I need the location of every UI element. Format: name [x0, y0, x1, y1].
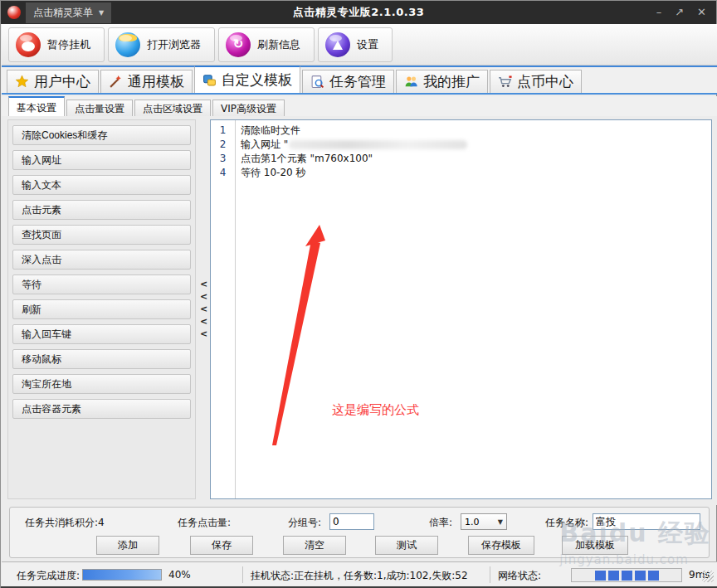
chevron-left-icon: <	[200, 316, 207, 327]
script-line: 点击第1个元素 "m760x100"	[241, 152, 711, 166]
task-settings-panel: 任务共消耗积分:4 任务点击量: 分组号: 倍率: 1.0 ▼ 任务名称: 添加…	[9, 507, 710, 558]
script-line: 清除临时文件	[241, 124, 711, 138]
toolbar: 暂停挂机 打开浏览器 刷新信息 设置	[2, 24, 717, 66]
load-template-button[interactable]: 加载模板	[562, 536, 628, 555]
action-enter-url[interactable]: 输入网址	[12, 150, 191, 170]
script-line: 等待 10-20 秒	[241, 166, 711, 180]
tab-custom-template-label: 自定义模板	[222, 70, 292, 90]
content-area: 清除Cookies和缓存 输入网址 输入文本 点击元素 查找页面 深入点击 等待…	[2, 116, 717, 505]
tab-user-center[interactable]: 用户中心	[7, 70, 99, 93]
resize-grip[interactable]	[702, 571, 714, 582]
window-title: 点击精灵专业版2.1.0.33	[293, 5, 425, 20]
tab-coin-center[interactable]: 点币中心	[490, 70, 582, 93]
action-find-page[interactable]: 查找页面	[12, 225, 191, 245]
action-clear-cookies[interactable]: 清除Cookies和缓存	[12, 125, 191, 145]
chevron-left-icon: <	[200, 279, 207, 289]
add-button[interactable]: 添加	[96, 536, 159, 555]
minimize-button[interactable]: –	[656, 1, 662, 24]
open-browser-button[interactable]: 打开浏览器	[108, 27, 215, 62]
chevron-down-icon: ▼	[498, 518, 503, 526]
rate-label: 倍率:	[429, 516, 452, 530]
task-name-input[interactable]	[593, 513, 700, 530]
line-number: 3	[211, 152, 235, 166]
rate-select[interactable]: 1.0 ▼	[461, 513, 507, 530]
tab-custom-template[interactable]: 自定义模板	[194, 66, 300, 93]
subtab-click-volume-label: 点击量设置	[75, 103, 124, 114]
action-refresh[interactable]: 刷新	[12, 299, 191, 319]
action-wait[interactable]: 等待	[12, 275, 191, 294]
chevron-left-icon: <	[200, 304, 207, 314]
action-click-container[interactable]: 点击容器元素	[12, 399, 191, 419]
clear-button[interactable]: 清空	[283, 536, 346, 555]
line-number: 2	[211, 138, 235, 152]
script-line-text: 清除临时文件	[241, 124, 300, 136]
action-move-mouse[interactable]: 移动鼠标	[12, 349, 191, 369]
app-menu-label: 点击精灵菜单	[33, 6, 93, 20]
subtab-vip-advanced[interactable]: VIP高级设置	[212, 100, 285, 116]
maximize-button[interactable]: ↗	[675, 1, 684, 24]
settings-orb-icon	[325, 32, 350, 57]
tab-task-manager[interactable]: 任务管理	[302, 70, 394, 93]
settings-button[interactable]: 设置	[318, 27, 393, 62]
task-search-icon	[310, 75, 324, 89]
star-icon	[15, 75, 29, 89]
line-number: 1	[211, 124, 235, 138]
chevron-left-icon: <	[200, 291, 207, 302]
clicks-label: 任务点击量:	[178, 516, 231, 530]
settings-label: 设置	[357, 37, 378, 52]
tab-my-promotion[interactable]: 我的推广	[396, 70, 488, 93]
signal-block-icon	[608, 571, 619, 581]
network-signal-meter	[571, 568, 682, 582]
panel-splitter[interactable]: < < < < <	[198, 279, 209, 339]
test-button[interactable]: 测试	[375, 536, 438, 555]
progress-label: 任务完成进度:	[17, 569, 80, 583]
signal-block-icon	[648, 571, 659, 581]
hang-status-text: 挂机状态:正在挂机，任务数:1,成功:102,失败:52	[251, 569, 468, 583]
group-label: 分组号:	[288, 516, 321, 530]
action-taobao-location[interactable]: 淘宝所在地	[12, 374, 191, 394]
people-icon	[404, 75, 418, 89]
group-number-input[interactable]	[329, 513, 374, 530]
action-press-enter[interactable]: 输入回车键	[12, 324, 191, 344]
signal-block-icon	[595, 571, 606, 581]
action-deep-click[interactable]: 深入点击	[12, 250, 191, 270]
sub-tab-bar: 基本设置 点击量设置 点击区域设置 VIP高级设置	[2, 96, 717, 116]
signal-block-icon	[635, 571, 646, 581]
subtab-basic-settings[interactable]: 基本设置	[8, 96, 65, 116]
close-button[interactable]: ✕	[697, 1, 706, 24]
subtab-click-region[interactable]: 点击区域设置	[134, 100, 211, 116]
pause-hang-button[interactable]: 暂停挂机	[8, 27, 105, 62]
status-bar: 任务完成进度: 40% 挂机状态:正在挂机，任务数:1,成功:102,失败:52…	[2, 561, 717, 586]
app-window: 点击精灵菜单 ▼ 点击精灵专业版2.1.0.33 – ↗ ✕ 暂停挂机 打开浏览…	[0, 0, 717, 588]
save-template-button[interactable]: 保存模板	[468, 536, 534, 555]
signal-block-icon	[622, 571, 632, 581]
statusbar-separator	[490, 566, 490, 583]
tab-general-template[interactable]: 通用模板	[100, 70, 193, 93]
rate-value: 1.0	[465, 517, 480, 527]
save-button[interactable]: 保存	[190, 536, 253, 555]
subtab-click-volume[interactable]: 点击量设置	[66, 100, 133, 116]
browser-orb-icon	[115, 32, 140, 57]
open-browser-label: 打开浏览器	[147, 37, 201, 52]
script-line-text: 点击第1个元素 "m760x100"	[241, 153, 373, 164]
statusbar-separator	[242, 566, 243, 583]
tab-user-center-label: 用户中心	[34, 72, 90, 91]
app-menu-button[interactable]: 点击精灵菜单 ▼	[26, 2, 111, 23]
annotation-text: 这是编写的公式	[332, 402, 419, 418]
refresh-info-button[interactable]: 刷新信息	[218, 27, 315, 62]
script-line-text: 等待 10-20 秒	[241, 167, 306, 178]
refresh-info-label: 刷新信息	[257, 37, 300, 52]
progress-percent: 40%	[168, 569, 191, 581]
script-line: 输入网址 "	[241, 138, 711, 152]
action-enter-text[interactable]: 输入文本	[12, 175, 191, 195]
chevron-left-icon: <	[200, 328, 207, 339]
script-editor[interactable]: 1 2 3 4 清除临时文件 输入网址 " 点击第1个元素 "m760x100"…	[210, 119, 712, 499]
redacted-url-blur	[289, 140, 467, 149]
tab-general-template-label: 通用模板	[128, 72, 184, 91]
pause-hang-label: 暂停挂机	[47, 37, 90, 52]
pages-icon	[202, 73, 217, 87]
script-text-area[interactable]: 清除临时文件 输入网址 " 点击第1个元素 "m760x100" 等待 10-2…	[236, 120, 711, 498]
tab-my-promotion-label: 我的推广	[423, 72, 480, 91]
tab-coin-center-label: 点币中心	[517, 72, 573, 91]
action-click-element[interactable]: 点击元素	[12, 200, 191, 220]
